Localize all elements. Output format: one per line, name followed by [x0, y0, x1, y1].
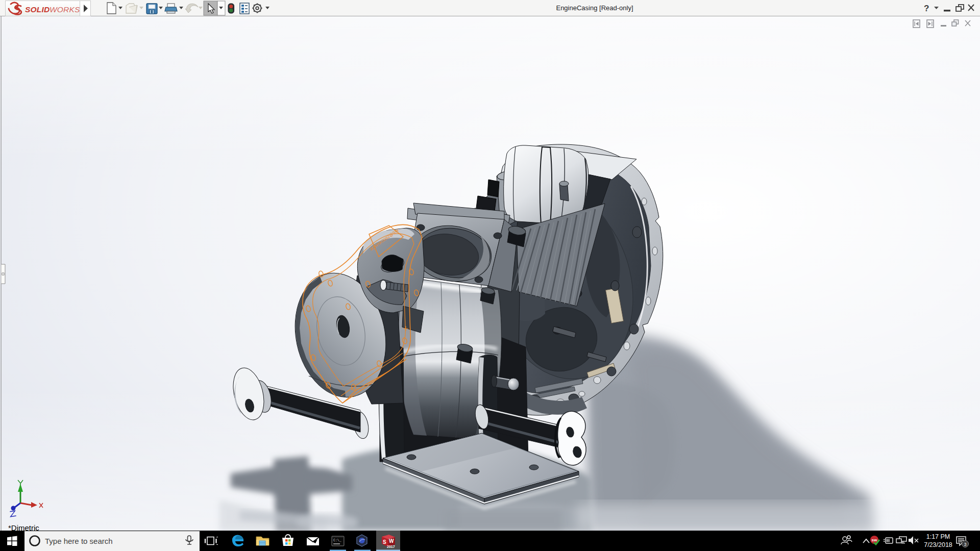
svg-text:sw: sw: [872, 538, 877, 542]
svg-text:3: 3: [964, 542, 967, 547]
svg-text:S: S: [383, 539, 386, 545]
svg-text:W: W: [389, 538, 394, 544]
svg-text:2017: 2017: [387, 545, 395, 548]
svg-text:C:\_: C:\_: [333, 539, 341, 542]
svg-text:?: ?: [924, 4, 929, 13]
